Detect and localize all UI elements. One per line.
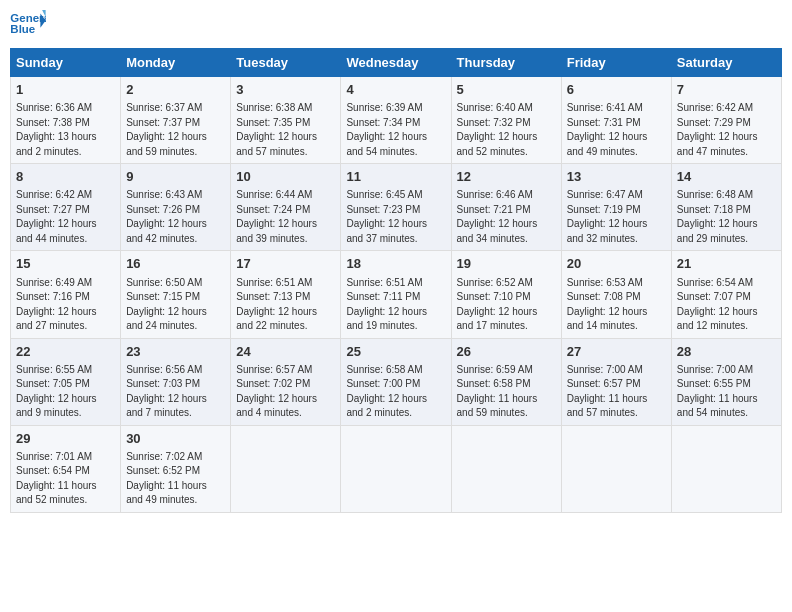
calendar-day-cell: 17Sunrise: 6:51 AMSunset: 7:13 PMDayligh… (231, 251, 341, 338)
day-info: Sunrise: 6:54 AMSunset: 7:07 PMDaylight:… (677, 276, 776, 334)
day-number: 24 (236, 343, 335, 361)
calendar-day-cell (231, 425, 341, 512)
day-number: 28 (677, 343, 776, 361)
day-info: Sunrise: 6:47 AMSunset: 7:19 PMDaylight:… (567, 188, 666, 246)
day-info: Sunrise: 6:40 AMSunset: 7:32 PMDaylight:… (457, 101, 556, 159)
day-number: 2 (126, 81, 225, 99)
day-number: 1 (16, 81, 115, 99)
day-number: 22 (16, 343, 115, 361)
calendar-header-row: SundayMondayTuesdayWednesdayThursdayFrid… (11, 49, 782, 77)
day-of-week-header: Wednesday (341, 49, 451, 77)
calendar-day-cell: 14Sunrise: 6:48 AMSunset: 7:18 PMDayligh… (671, 164, 781, 251)
calendar-day-cell (341, 425, 451, 512)
calendar-day-cell: 29Sunrise: 7:01 AMSunset: 6:54 PMDayligh… (11, 425, 121, 512)
day-info: Sunrise: 6:36 AMSunset: 7:38 PMDaylight:… (16, 101, 115, 159)
day-number: 13 (567, 168, 666, 186)
calendar-day-cell: 9Sunrise: 6:43 AMSunset: 7:26 PMDaylight… (121, 164, 231, 251)
day-info: Sunrise: 6:49 AMSunset: 7:16 PMDaylight:… (16, 276, 115, 334)
day-info: Sunrise: 7:00 AMSunset: 6:57 PMDaylight:… (567, 363, 666, 421)
day-info: Sunrise: 6:41 AMSunset: 7:31 PMDaylight:… (567, 101, 666, 159)
day-number: 15 (16, 255, 115, 273)
day-number: 20 (567, 255, 666, 273)
calendar-week-row: 1Sunrise: 6:36 AMSunset: 7:38 PMDaylight… (11, 77, 782, 164)
calendar-day-cell: 30Sunrise: 7:02 AMSunset: 6:52 PMDayligh… (121, 425, 231, 512)
calendar-day-cell: 2Sunrise: 6:37 AMSunset: 7:37 PMDaylight… (121, 77, 231, 164)
logo: General Blue (10, 10, 46, 40)
calendar-day-cell: 18Sunrise: 6:51 AMSunset: 7:11 PMDayligh… (341, 251, 451, 338)
day-number: 19 (457, 255, 556, 273)
calendar-day-cell: 1Sunrise: 6:36 AMSunset: 7:38 PMDaylight… (11, 77, 121, 164)
day-number: 26 (457, 343, 556, 361)
day-of-week-header: Friday (561, 49, 671, 77)
calendar-day-cell: 28Sunrise: 7:00 AMSunset: 6:55 PMDayligh… (671, 338, 781, 425)
calendar-week-row: 22Sunrise: 6:55 AMSunset: 7:05 PMDayligh… (11, 338, 782, 425)
day-info: Sunrise: 6:48 AMSunset: 7:18 PMDaylight:… (677, 188, 776, 246)
calendar-day-cell: 4Sunrise: 6:39 AMSunset: 7:34 PMDaylight… (341, 77, 451, 164)
calendar-day-cell: 10Sunrise: 6:44 AMSunset: 7:24 PMDayligh… (231, 164, 341, 251)
day-info: Sunrise: 6:58 AMSunset: 7:00 PMDaylight:… (346, 363, 445, 421)
day-number: 9 (126, 168, 225, 186)
svg-text:Blue: Blue (10, 23, 35, 35)
day-number: 23 (126, 343, 225, 361)
day-info: Sunrise: 6:51 AMSunset: 7:13 PMDaylight:… (236, 276, 335, 334)
day-info: Sunrise: 6:44 AMSunset: 7:24 PMDaylight:… (236, 188, 335, 246)
day-info: Sunrise: 6:56 AMSunset: 7:03 PMDaylight:… (126, 363, 225, 421)
day-number: 18 (346, 255, 445, 273)
day-number: 7 (677, 81, 776, 99)
calendar-day-cell: 8Sunrise: 6:42 AMSunset: 7:27 PMDaylight… (11, 164, 121, 251)
day-number: 27 (567, 343, 666, 361)
day-number: 6 (567, 81, 666, 99)
day-info: Sunrise: 6:51 AMSunset: 7:11 PMDaylight:… (346, 276, 445, 334)
calendar-day-cell: 25Sunrise: 6:58 AMSunset: 7:00 PMDayligh… (341, 338, 451, 425)
day-number: 29 (16, 430, 115, 448)
calendar-day-cell: 21Sunrise: 6:54 AMSunset: 7:07 PMDayligh… (671, 251, 781, 338)
calendar-day-cell: 16Sunrise: 6:50 AMSunset: 7:15 PMDayligh… (121, 251, 231, 338)
calendar-day-cell: 22Sunrise: 6:55 AMSunset: 7:05 PMDayligh… (11, 338, 121, 425)
day-number: 11 (346, 168, 445, 186)
day-number: 5 (457, 81, 556, 99)
calendar-table: SundayMondayTuesdayWednesdayThursdayFrid… (10, 48, 782, 513)
calendar-day-cell (451, 425, 561, 512)
calendar-week-row: 15Sunrise: 6:49 AMSunset: 7:16 PMDayligh… (11, 251, 782, 338)
calendar-week-row: 8Sunrise: 6:42 AMSunset: 7:27 PMDaylight… (11, 164, 782, 251)
day-info: Sunrise: 6:45 AMSunset: 7:23 PMDaylight:… (346, 188, 445, 246)
calendar-day-cell: 3Sunrise: 6:38 AMSunset: 7:35 PMDaylight… (231, 77, 341, 164)
calendar-day-cell: 24Sunrise: 6:57 AMSunset: 7:02 PMDayligh… (231, 338, 341, 425)
day-info: Sunrise: 6:52 AMSunset: 7:10 PMDaylight:… (457, 276, 556, 334)
day-info: Sunrise: 6:59 AMSunset: 6:58 PMDaylight:… (457, 363, 556, 421)
day-info: Sunrise: 6:50 AMSunset: 7:15 PMDaylight:… (126, 276, 225, 334)
logo-icon: General Blue (10, 10, 46, 40)
day-number: 8 (16, 168, 115, 186)
day-info: Sunrise: 6:46 AMSunset: 7:21 PMDaylight:… (457, 188, 556, 246)
day-number: 21 (677, 255, 776, 273)
day-of-week-header: Saturday (671, 49, 781, 77)
day-info: Sunrise: 6:38 AMSunset: 7:35 PMDaylight:… (236, 101, 335, 159)
day-number: 14 (677, 168, 776, 186)
day-of-week-header: Tuesday (231, 49, 341, 77)
day-number: 4 (346, 81, 445, 99)
day-info: Sunrise: 6:37 AMSunset: 7:37 PMDaylight:… (126, 101, 225, 159)
day-number: 10 (236, 168, 335, 186)
day-of-week-header: Thursday (451, 49, 561, 77)
day-info: Sunrise: 6:57 AMSunset: 7:02 PMDaylight:… (236, 363, 335, 421)
day-info: Sunrise: 6:42 AMSunset: 7:29 PMDaylight:… (677, 101, 776, 159)
header: General Blue (10, 10, 782, 40)
day-number: 12 (457, 168, 556, 186)
calendar-day-cell: 20Sunrise: 6:53 AMSunset: 7:08 PMDayligh… (561, 251, 671, 338)
day-info: Sunrise: 7:02 AMSunset: 6:52 PMDaylight:… (126, 450, 225, 508)
calendar-day-cell: 7Sunrise: 6:42 AMSunset: 7:29 PMDaylight… (671, 77, 781, 164)
day-info: Sunrise: 7:01 AMSunset: 6:54 PMDaylight:… (16, 450, 115, 508)
day-of-week-header: Monday (121, 49, 231, 77)
day-info: Sunrise: 6:55 AMSunset: 7:05 PMDaylight:… (16, 363, 115, 421)
day-info: Sunrise: 6:42 AMSunset: 7:27 PMDaylight:… (16, 188, 115, 246)
day-of-week-header: Sunday (11, 49, 121, 77)
calendar-day-cell: 26Sunrise: 6:59 AMSunset: 6:58 PMDayligh… (451, 338, 561, 425)
calendar-day-cell: 12Sunrise: 6:46 AMSunset: 7:21 PMDayligh… (451, 164, 561, 251)
calendar-day-cell: 5Sunrise: 6:40 AMSunset: 7:32 PMDaylight… (451, 77, 561, 164)
calendar-day-cell: 6Sunrise: 6:41 AMSunset: 7:31 PMDaylight… (561, 77, 671, 164)
day-info: Sunrise: 7:00 AMSunset: 6:55 PMDaylight:… (677, 363, 776, 421)
calendar-day-cell (671, 425, 781, 512)
day-number: 17 (236, 255, 335, 273)
day-number: 3 (236, 81, 335, 99)
calendar-day-cell (561, 425, 671, 512)
